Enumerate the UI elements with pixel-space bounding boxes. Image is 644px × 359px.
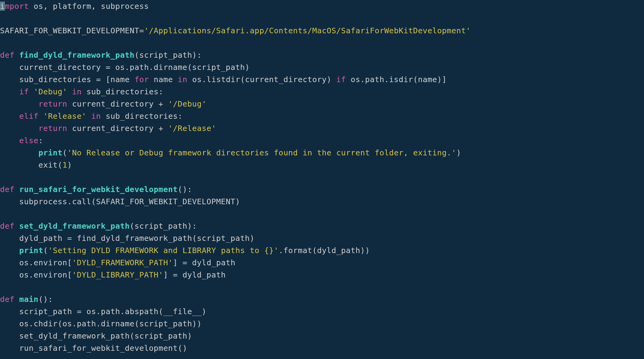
code-token: ():	[38, 295, 53, 304]
code-token: (	[43, 246, 48, 255]
code-line[interactable]: current_directory = os.path.dirname(scri…	[0, 63, 250, 72]
code-token: current_directory = os.path.dirname(scri…	[0, 63, 250, 72]
code-token: current_directory +	[67, 124, 168, 133]
code-line[interactable]: sub_directories = [name for name in os.l…	[0, 75, 447, 84]
code-line[interactable]: elif 'Release' in sub_directories:	[0, 111, 183, 121]
code-line[interactable]: def main():	[0, 295, 53, 304]
code-line[interactable]: return current_directory + '/Release'	[0, 124, 216, 133]
code-line[interactable]	[0, 209, 5, 218]
code-line[interactable]	[0, 14, 5, 23]
code-token: os.environ[	[0, 258, 72, 267]
code-token: mport	[5, 2, 29, 11]
code-line[interactable]	[0, 38, 5, 47]
code-token: :	[38, 136, 43, 145]
code-line[interactable]: if 'Debug' in sub_directories:	[0, 87, 163, 96]
code-token	[67, 87, 72, 96]
code-token: .format(dyld_path))	[279, 246, 370, 255]
code-token: current_directory +	[67, 99, 168, 108]
code-token	[0, 124, 38, 133]
code-token: 'No Release or Debug framework directori…	[67, 148, 456, 157]
code-token	[0, 111, 19, 121]
code-line[interactable]: run_safari_for_webkit_development()	[0, 343, 187, 353]
code-token: 1	[63, 160, 67, 169]
code-token: main	[19, 295, 38, 304]
code-line[interactable]: SAFARI_FOR_WEBKIT_DEVELOPMENT='/Applicat…	[0, 26, 471, 35]
code-line[interactable]: return current_directory + '/Debug'	[0, 99, 206, 108]
code-line[interactable]: print('Setting DYLD FRAMEWORK and LIBRAR…	[0, 246, 370, 255]
code-token: SAFARI_FOR_WEBKIT_DEVELOPMENT=	[0, 26, 144, 35]
code-token: ] = dyld_path	[173, 258, 235, 267]
code-token: if	[19, 87, 29, 96]
code-token: else	[19, 136, 38, 145]
code-token	[38, 111, 43, 121]
code-token: (script_path):	[130, 221, 197, 230]
code-line[interactable]: def find_dyld_framework_path(script_path…	[0, 50, 202, 60]
code-line[interactable]: print('No Release or Debug framework dir…	[0, 148, 461, 157]
code-token	[87, 111, 91, 121]
code-editor[interactable]: import os, platform, subprocess SAFARI_F…	[0, 0, 644, 354]
code-token: set_dyld_framework_path	[19, 221, 130, 230]
code-token: '/Release'	[168, 124, 216, 133]
code-token: 'Setting DYLD FRAMEWORK and LIBRARY path…	[48, 246, 279, 255]
code-token: os, platform, subprocess	[29, 2, 149, 11]
code-token: in	[72, 87, 82, 96]
code-token: sub_directories:	[101, 111, 183, 121]
code-token: )	[456, 148, 461, 157]
code-token: 'DYLD_LIBRARY_PATH'	[72, 270, 163, 279]
code-token: ] = dyld_path	[163, 270, 226, 279]
code-line[interactable]: dyld_path = find_dyld_framework_path(scr…	[0, 234, 255, 243]
code-token: script_path = os.path.abspath(__file__)	[0, 307, 206, 316]
code-token: sub_directories = [name	[0, 75, 134, 84]
code-token	[0, 87, 19, 96]
code-token: i	[0, 2, 5, 11]
code-token: return	[38, 99, 67, 108]
code-line[interactable]	[0, 172, 5, 182]
code-token: if	[336, 75, 346, 84]
code-token: 'Release'	[43, 111, 87, 121]
code-token: sub_directories:	[82, 87, 163, 96]
code-token: '/Debug'	[168, 99, 206, 108]
code-line[interactable]: import os, platform, subprocess	[0, 2, 149, 11]
code-line[interactable]: set_dyld_framework_path(script_path)	[0, 331, 192, 340]
code-token: (script_path):	[134, 50, 202, 60]
code-token: set_dyld_framework_path(script_path)	[0, 331, 192, 340]
code-token: find_dyld_framework_path	[19, 50, 134, 60]
code-line[interactable]: def run_safari_for_webkit_development():	[0, 185, 192, 194]
code-token: os.path.isdir(name)]	[346, 75, 447, 84]
code-token	[0, 246, 19, 255]
code-token: elif	[19, 111, 38, 121]
code-token: for	[134, 75, 149, 84]
code-token: in	[91, 111, 101, 121]
code-token	[0, 99, 38, 108]
code-token: )	[67, 160, 72, 169]
code-line[interactable]: os.environ['DYLD_LIBRARY_PATH'] = dyld_p…	[0, 270, 226, 279]
code-token: 'DYLD_FRAMEWORK_PATH'	[72, 258, 173, 267]
code-token	[29, 87, 34, 96]
code-line[interactable]: def set_dyld_framework_path(script_path)…	[0, 221, 197, 230]
code-token: run_safari_for_webkit_development	[19, 185, 178, 194]
code-token: print	[38, 148, 63, 157]
code-token: def	[0, 295, 19, 304]
code-line[interactable]: os.environ['DYLD_FRAMEWORK_PATH'] = dyld…	[0, 258, 235, 267]
code-token	[0, 136, 19, 145]
code-token: def	[0, 50, 19, 60]
code-line[interactable]: os.chdir(os.path.dirname(script_path))	[0, 319, 202, 328]
code-token: def	[0, 185, 19, 194]
code-line[interactable]: script_path = os.path.abspath(__file__)	[0, 307, 206, 316]
code-token: return	[38, 124, 67, 133]
code-token: ():	[178, 185, 192, 194]
code-token: os.listdir(current_directory)	[187, 75, 336, 84]
code-token: os.chdir(os.path.dirname(script_path))	[0, 319, 202, 328]
code-line[interactable]: exit(1)	[0, 160, 72, 169]
code-token: 'Debug'	[34, 87, 67, 96]
code-token: subprocess.call(SAFARI_FOR_WEBKIT_DEVELO…	[0, 197, 240, 206]
code-line[interactable]: subprocess.call(SAFARI_FOR_WEBKIT_DEVELO…	[0, 197, 240, 206]
code-line[interactable]	[0, 282, 5, 292]
code-token	[0, 148, 38, 157]
code-token: os.environ[	[0, 270, 72, 279]
code-token: in	[178, 75, 188, 84]
code-line[interactable]: else:	[0, 136, 43, 145]
code-token: print	[19, 246, 43, 255]
code-token: (	[63, 148, 67, 157]
code-token: def	[0, 221, 19, 230]
